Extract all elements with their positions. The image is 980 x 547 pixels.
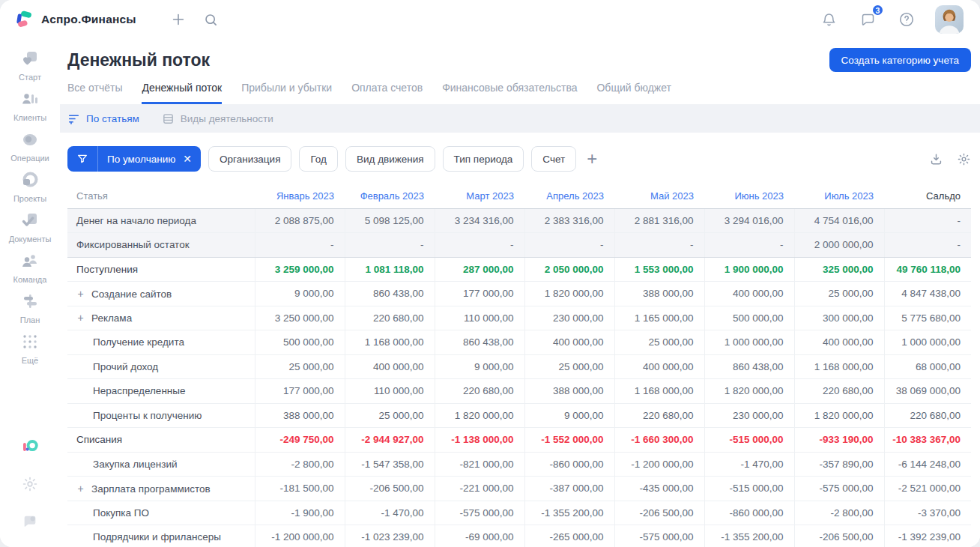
feedback-chat-icon[interactable] — [19, 511, 40, 532]
tab-3[interactable]: Прибыли и убытки — [241, 82, 332, 104]
value-cell: - — [255, 233, 345, 258]
value-cell: -1 355 200,00 — [524, 501, 614, 525]
value-cell: - — [435, 233, 524, 258]
funnel-icon[interactable] — [67, 146, 98, 172]
value-cell: 400 000,00 — [345, 354, 435, 379]
download-icon[interactable] — [929, 152, 943, 166]
filter-chip-4[interactable]: Тип периода — [443, 146, 524, 172]
value-cell: 220 680,00 — [614, 403, 704, 428]
sidebar-item-6[interactable]: Команда — [3, 247, 57, 288]
search-icon[interactable] — [201, 9, 222, 30]
tab-5[interactable]: Финансовые обязательства — [442, 82, 577, 104]
sidebar-nav: СтартКлиентыОперацииПроектыДокументыКома… — [3, 45, 57, 369]
table-header-row: СтатьяЯнварь 2023Февраль 2023Март 2023Ап… — [67, 184, 971, 208]
column-article: Статья — [67, 184, 255, 208]
column-month[interactable]: Июнь 2023 — [704, 184, 794, 208]
column-month[interactable]: Январь 2023 — [255, 184, 345, 208]
value-cell: 230 000,00 — [704, 403, 794, 428]
user-avatar[interactable] — [935, 5, 964, 34]
settings-gear-icon[interactable] — [19, 474, 40, 495]
value-cell: 1 165 000,00 — [614, 306, 704, 330]
sidebar-item-label: Старт — [19, 73, 41, 82]
column-month[interactable]: Июль 2023 — [794, 184, 884, 208]
view-switch-item-2[interactable]: Виды деятельности — [162, 112, 273, 125]
filter-chip-1[interactable]: Организация — [208, 146, 291, 172]
value-cell: 1 820 000,00 — [794, 403, 884, 428]
value-cell: 1 820 000,00 — [435, 403, 524, 428]
expand-icon[interactable]: + — [76, 483, 85, 495]
column-month[interactable]: Апрель 2023 — [524, 184, 614, 208]
value-cell: -1 023 239,00 — [345, 525, 435, 547]
value-cell: 110 000,00 — [435, 306, 524, 330]
row-label: Списания — [67, 428, 255, 453]
row-label: Фиксированный остаток — [67, 233, 255, 258]
sidebar-item-4[interactable]: Проекты — [3, 166, 57, 207]
table-body: Денег на начало периода2 088 875,005 098… — [67, 208, 971, 547]
tab-6[interactable]: Общий бюджет — [596, 82, 671, 104]
value-cell: -575 000,00 — [794, 477, 884, 501]
value-cell: 220 680,00 — [884, 403, 971, 428]
value-cell: - — [524, 233, 614, 258]
app-window: Аспро.Финансы 3 — [0, 0, 980, 547]
table-row: Покупка ПО-1 900,00-1 470,00-575 000,00-… — [67, 501, 971, 525]
documents-icon — [21, 211, 39, 232]
value-cell: -575 000,00 — [435, 501, 524, 525]
value-cell: -3 370,00 — [884, 501, 971, 525]
add-filter-icon[interactable]: + — [587, 150, 597, 168]
sidebar-item-label: Ещё — [22, 356, 39, 365]
value-cell: 1 168 000,00 — [794, 354, 884, 379]
table-settings-gear-icon[interactable] — [957, 152, 971, 166]
view-switch-label: По статьям — [86, 113, 139, 124]
tab-1[interactable]: Все отчёты — [67, 82, 122, 104]
row-label: Подрядчики и фрилансеры — [67, 525, 255, 547]
filter-chip-3[interactable]: Вид движения — [345, 146, 435, 172]
create-category-button[interactable]: Создать категорию учета — [829, 48, 971, 72]
close-icon[interactable]: ✕ — [181, 154, 201, 164]
row-label: Прочий доход — [67, 354, 255, 379]
value-cell: 68 000,00 — [884, 354, 971, 379]
sidebar-item-2[interactable]: Клиенты — [3, 85, 57, 126]
value-cell: 25 000,00 — [614, 330, 704, 355]
column-month[interactable]: Март 2023 — [435, 184, 524, 208]
brand[interactable]: Аспро.Финансы — [13, 9, 136, 30]
expand-icon[interactable]: + — [76, 288, 85, 300]
value-cell: 3 294 016,00 — [704, 208, 794, 233]
default-filter-chip[interactable]: По умолчанию ✕ — [67, 146, 201, 172]
help-icon[interactable] — [896, 9, 917, 30]
row-label: Покупка ПО — [67, 501, 255, 525]
value-cell: 300 000,00 — [794, 306, 884, 330]
sidebar-item-8[interactable]: Ещё — [3, 328, 57, 369]
value-cell: -206 500,00 — [794, 525, 884, 547]
sidebar-item-7[interactable]: План — [3, 288, 57, 328]
tab-4[interactable]: Оплата счетов — [351, 82, 423, 104]
value-cell: -1 470,00 — [345, 501, 435, 525]
sidebar: СтартКлиентыОперацииПроектыДокументыКома… — [0, 39, 60, 547]
value-cell: 9 000,00 — [435, 354, 524, 379]
report-content: По умолчанию ✕ ОрганизацияГодВид движени… — [60, 133, 980, 547]
add-icon[interactable] — [168, 9, 189, 30]
notifications-bell-icon[interactable] — [818, 9, 839, 30]
value-cell: 220 680,00 — [794, 379, 884, 404]
column-month[interactable]: Май 2023 — [614, 184, 704, 208]
aspro-product-logo-icon[interactable] — [19, 436, 40, 457]
filter-chip-2[interactable]: Год — [299, 146, 338, 172]
value-cell: 3 250 000,00 — [255, 306, 345, 330]
column-month[interactable]: Февраль 2023 — [345, 184, 435, 208]
app-name: Аспро.Финансы — [41, 13, 136, 26]
tab-2[interactable]: Денежный поток — [142, 82, 222, 104]
value-cell: 388 000,00 — [614, 282, 704, 306]
chat-icon[interactable]: 3 — [857, 9, 878, 30]
sidebar-item-3[interactable]: Операции — [3, 126, 57, 166]
view-switch-item-1[interactable]: По статьям — [67, 112, 139, 125]
filter-chip-5[interactable]: Счет — [531, 146, 576, 172]
value-cell: 220 680,00 — [345, 306, 435, 330]
projects-icon — [21, 171, 39, 192]
value-cell: 500 000,00 — [255, 330, 345, 355]
sidebar-item-label: Операции — [10, 154, 49, 163]
value-cell: 25 000,00 — [255, 354, 345, 379]
value-cell: 1 820 000,00 — [704, 379, 794, 404]
sidebar-item-5[interactable]: Документы — [3, 207, 57, 247]
row-label: +Реклама — [67, 306, 255, 330]
expand-icon[interactable]: + — [76, 312, 85, 324]
sidebar-item-1[interactable]: Старт — [3, 45, 57, 85]
